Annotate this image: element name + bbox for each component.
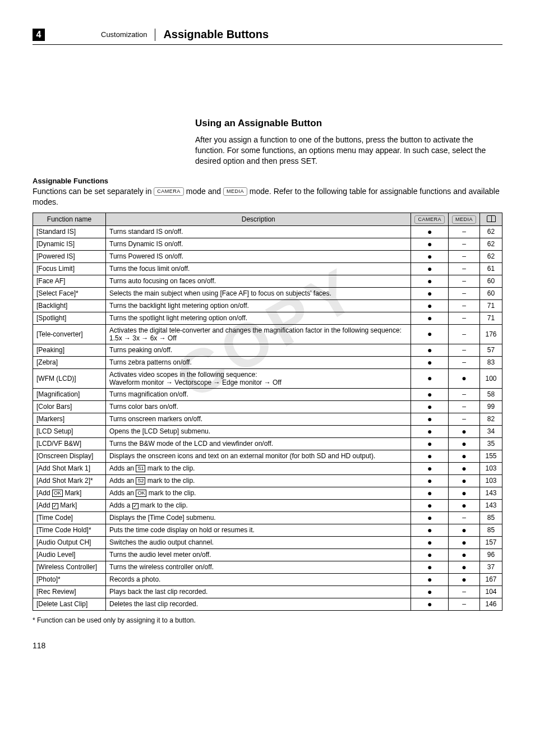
cell-page-ref: 37 [480,561,502,573]
cell-media: – [448,413,479,425]
cell-camera: ● [411,262,449,275]
table-row: [Magnification]Turns magnification on/of… [33,388,502,400]
cell-function-name: [Dynamic IS] [33,238,106,250]
cell-camera: ● [411,524,449,536]
table-row: [LCD Setup]Opens the [LCD Setup] submenu… [33,425,502,437]
table-row: [Color Bars]Turns color bars on/off.●–99 [33,400,502,413]
functions-table: Function name Description CAMERA MEDIA [… [33,213,502,610]
cell-media: ● [448,561,479,573]
table-row: [Markers]Turns onscreen markers on/off.●… [33,413,502,425]
table-row: [Face AF]Turns auto focusing on faces on… [33,275,502,287]
cell-description: Adds an S1 mark to the clip. [106,462,411,474]
cell-media: ● [448,462,479,474]
cell-function-name: [Backlight] [33,299,106,312]
cell-page-ref: 100 [480,368,502,388]
table-row: [Select Face]*Selects the main subject w… [33,287,502,299]
cell-media: ● [448,548,479,561]
cell-camera: ● [411,598,449,610]
cell-function-name: [Time Code Hold]* [33,524,106,536]
cell-page-ref: 167 [480,573,502,586]
cell-media: – [448,598,479,610]
cell-description: Turns Dynamic IS on/off. [106,238,411,250]
cell-function-name: [Add Shot Mark 2]* [33,474,106,487]
cell-page-ref: 34 [480,425,502,437]
cell-page-ref: 146 [480,598,502,610]
cell-page-ref: 103 [480,462,502,474]
table-row: [Zebra]Turns zebra patterns on/off.●–83 [33,356,502,368]
book-icon [487,215,496,222]
cell-media: – [448,511,479,524]
cell-page-ref: 62 [480,250,502,262]
cell-description: Turns the wireless controller on/off. [106,561,411,573]
cell-page-ref: 57 [480,344,502,356]
cell-media: – [448,324,479,344]
cell-description: Selects the main subject when using [Fac… [106,287,411,299]
cell-description: Deletes the last clip recorded. [106,598,411,610]
cell-page-ref: 83 [480,356,502,368]
cell-media: – [448,586,479,598]
cell-function-name: [Color Bars] [33,400,106,413]
cell-media: ● [448,474,479,487]
table-row: [LCD/VF B&W]Turns the B&W mode of the LC… [33,437,502,450]
cell-camera: ● [411,225,449,238]
cell-page-ref: 62 [480,225,502,238]
cell-media: ● [448,487,479,499]
table-row: [Audio Output CH]Switches the audio outp… [33,536,502,548]
table-row: [Dynamic IS]Turns Dynamic IS on/off.●–62 [33,238,502,250]
cell-function-name: [Standard IS] [33,225,106,238]
cell-page-ref: 143 [480,487,502,499]
cell-media: ● [448,573,479,586]
cell-page-ref: 62 [480,238,502,250]
section-number-badge: 4 [33,29,45,41]
table-row: [Time Code]Displays the [Time Code] subm… [33,511,502,524]
cell-page-ref: 104 [480,586,502,598]
cell-page-ref: 71 [480,299,502,312]
table-row: [Onscreen Display]Displays the onscreen … [33,450,502,462]
table-row: [Time Code Hold]*Puts the time code disp… [33,524,502,536]
assignable-functions-desc: Functions can be set separately in CAMER… [33,186,502,208]
cell-function-name: [Add Mark] [33,499,106,511]
footnote: * Function can be used only by assigning… [33,616,502,624]
cell-description: Displays the [Time Code] submenu. [106,511,411,524]
cell-function-name: [Tele-converter] [33,324,106,344]
cell-description: Turns the focus limit on/off. [106,262,411,275]
cell-media: – [448,388,479,400]
cell-page-ref: 35 [480,437,502,450]
cell-description: Opens the [LCD Setup] submenu. [106,425,411,437]
cell-camera: ● [411,437,449,450]
cell-description: Turns magnification on/off. [106,388,411,400]
body-paragraph: After you assign a function to one of th… [195,135,502,167]
cell-camera: ● [411,238,449,250]
col-function-name: Function name [33,213,106,225]
cell-media: – [448,299,479,312]
cell-description: Turns the spotlight light metering optio… [106,312,411,324]
table-row: [Audio Level]Turns the audio level meter… [33,548,502,561]
camera-mode-pill: CAMERA [154,187,184,196]
cell-camera: ● [411,400,449,413]
cell-function-name: [Face AF] [33,275,106,287]
cell-page-ref: 61 [480,262,502,275]
camera-pill-header: CAMERA [414,215,445,224]
cell-function-name: [Time Code] [33,511,106,524]
cell-function-name: [Markers] [33,413,106,425]
cell-media: – [448,400,479,413]
table-row: [Spotlight]Turns the spotlight light met… [33,312,502,324]
cell-media: – [448,238,479,250]
cell-description: Turns color bars on/off. [106,400,411,413]
cell-page-ref: 82 [480,413,502,425]
cell-function-name: [Wireless Controller] [33,561,106,573]
cell-media: ● [448,450,479,462]
cell-camera: ● [411,499,449,511]
cell-page-ref: 60 [480,287,502,299]
cell-camera: ● [411,573,449,586]
table-row: [Photo]*Records a photo.●●167 [33,573,502,586]
cell-description: Records a photo. [106,573,411,586]
cell-media: ● [448,536,479,548]
cell-description: Turns the backlight light metering optio… [106,299,411,312]
table-row: [Powered IS]Turns Powered IS on/off.●–62 [33,250,502,262]
media-mode-pill: MEDIA [223,187,247,196]
cell-function-name: [WFM (LCD)] [33,368,106,388]
cell-camera: ● [411,312,449,324]
desc-pre: Functions can be set separately in [33,187,154,196]
table-row: [Delete Last Clip]Deletes the last clip … [33,598,502,610]
